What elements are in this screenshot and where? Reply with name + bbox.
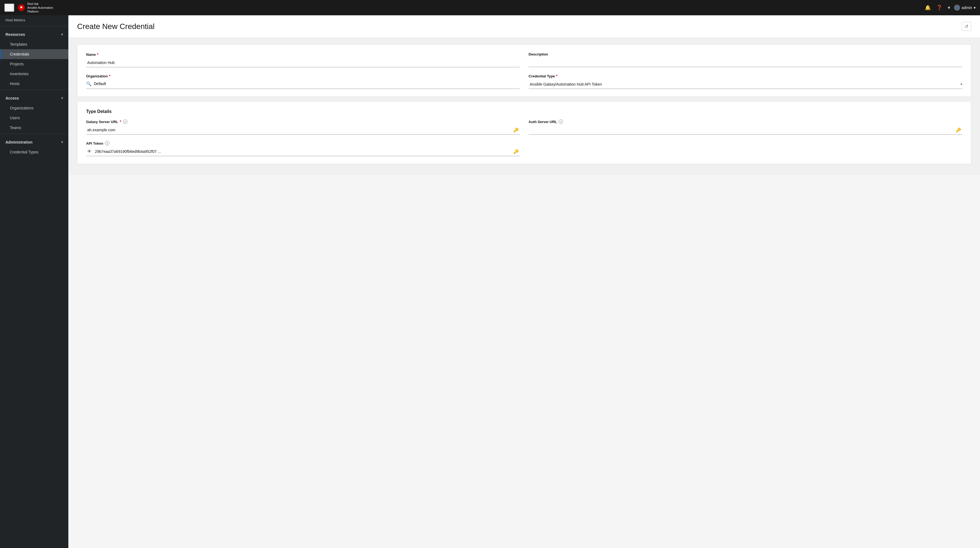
credential-type-chevron-icon: ▾ — [961, 82, 962, 86]
sidebar-item-credential-types[interactable]: Credential Types — [0, 147, 68, 157]
name-field-group: Name * — [86, 52, 520, 67]
page-header: Create New Credential ↺ — [68, 15, 980, 38]
hamburger-menu-button[interactable] — [5, 3, 14, 12]
organization-required-star: * — [109, 74, 110, 78]
access-chevron-icon: ▾ — [61, 96, 63, 100]
main-content: Create New Credential ↺ Name * — [68, 15, 980, 548]
api-token-help-icon[interactable]: i — [105, 141, 110, 145]
form-container: Name * Description Orga — [68, 38, 980, 175]
history-button[interactable]: ↺ — [962, 22, 971, 31]
sidebar-item-projects[interactable]: Projects — [0, 59, 68, 69]
galaxy-server-url-label: Galaxy Server URL * i — [86, 119, 520, 124]
organization-field-group: Organization * 🔍 — [86, 74, 520, 89]
user-menu[interactable]: 👤 admin ▾ — [954, 5, 975, 11]
auth-server-url-label: Auth Server URL i — [528, 119, 962, 124]
credential-type-field-group: Credential Type * Ansible Galaxy/Automat… — [528, 74, 962, 89]
sidebar: Host Metrics Resources ▾ Templates Crede… — [0, 15, 68, 548]
api-token-key-icon[interactable]: 🔑 — [512, 148, 520, 155]
auth-server-url-input-wrapper: 🔑 — [528, 126, 962, 135]
name-input[interactable] — [86, 58, 520, 67]
credential-type-label: Credential Type * — [528, 74, 962, 78]
sidebar-section-access[interactable]: Access ▾ — [0, 91, 68, 103]
sidebar-item-users[interactable]: Users — [0, 113, 68, 123]
auth-url-help-icon[interactable]: i — [558, 119, 563, 124]
api-token-eye-icon[interactable]: 👁 — [86, 148, 94, 155]
galaxy-server-url-input[interactable] — [86, 126, 512, 134]
resources-chevron-icon: ▾ — [61, 33, 63, 37]
sidebar-item-organizations[interactable]: Organizations — [0, 103, 68, 113]
organization-input-wrapper: 🔍 — [86, 80, 520, 89]
credential-type-required-star: * — [556, 74, 558, 78]
logo: Red Hat Ansible Automation Platform — [18, 2, 53, 14]
sidebar-section-resources[interactable]: Resources ▾ — [0, 27, 68, 39]
app-name: Red Hat Ansible Automation Platform — [27, 2, 53, 14]
top-navigation: Red Hat Ansible Automation Platform 🔔 ❓ … — [0, 0, 980, 15]
api-token-input-wrapper: 👁 🔑 — [86, 147, 520, 156]
galaxy-url-required-star: * — [120, 119, 121, 124]
galaxy-server-url-field-group: Galaxy Server URL * i 🔑 — [86, 119, 520, 135]
type-details-card: Type Details Galaxy Server URL * i — [77, 101, 971, 164]
organization-search-icon: 🔍 — [86, 81, 92, 86]
name-required-star: * — [97, 52, 98, 57]
type-details-header: Type Details — [86, 109, 962, 114]
sidebar-item-credentials[interactable]: Credentials — [0, 49, 68, 59]
credential-type-select-wrapper: Ansible Galaxy/Automation Hub API Token … — [528, 80, 962, 89]
galaxy-server-url-input-wrapper: 🔑 — [86, 126, 520, 135]
sidebar-item-host-metrics[interactable]: Host Metrics — [0, 15, 68, 25]
administration-chevron-icon: ▾ — [61, 140, 63, 144]
auth-server-url-input[interactable] — [528, 126, 955, 134]
sidebar-item-templates[interactable]: Templates — [0, 39, 68, 49]
credential-type-select[interactable]: Ansible Galaxy/Automation Hub API Token — [528, 80, 961, 89]
description-label: Description — [528, 52, 962, 56]
galaxy-url-key-icon[interactable]: 🔑 — [512, 126, 520, 134]
topnav-icons: 🔔 ❓ ▾ 👤 admin ▾ — [923, 3, 975, 12]
help-button[interactable]: ❓ — [935, 3, 944, 12]
sidebar-item-inventories[interactable]: Inventories — [0, 69, 68, 79]
user-avatar-icon: 👤 — [954, 5, 960, 11]
username-label: admin — [962, 5, 972, 10]
sidebar-item-teams[interactable]: Teams — [0, 123, 68, 133]
description-field-group: Description — [528, 52, 962, 67]
galaxy-url-help-icon[interactable]: i — [123, 119, 127, 124]
page-title: Create New Credential — [77, 22, 154, 31]
auth-server-url-field-group: Auth Server URL i 🔑 — [528, 119, 962, 135]
api-token-input[interactable] — [94, 147, 512, 156]
auth-url-key-icon[interactable]: 🔑 — [955, 126, 962, 134]
redhat-logo-icon — [18, 4, 25, 11]
api-token-field-group: API Token i 👁 🔑 — [86, 141, 520, 156]
main-fields-card: Name * Description Orga — [77, 44, 971, 97]
name-label: Name * — [86, 52, 520, 57]
organization-input[interactable] — [94, 80, 520, 88]
notifications-button[interactable]: 🔔 — [923, 3, 932, 12]
api-token-label: API Token i — [86, 141, 520, 145]
organization-label: Organization * — [86, 74, 520, 78]
user-dropdown-icon: ▾ — [974, 5, 975, 10]
page-header-actions: ↺ — [962, 22, 971, 31]
help-dropdown-button[interactable]: ▾ — [946, 3, 952, 12]
sidebar-item-hosts[interactable]: Hosts — [0, 79, 68, 89]
api-token-spacer — [528, 141, 962, 156]
description-input[interactable] — [528, 58, 962, 67]
sidebar-section-administration[interactable]: Administration ▾ — [0, 135, 68, 147]
